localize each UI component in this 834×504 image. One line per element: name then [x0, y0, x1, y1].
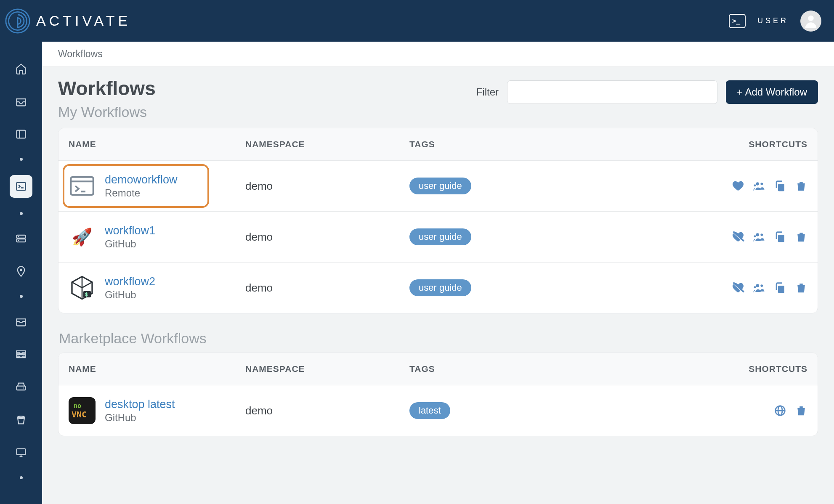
column-header-shortcuts: SHORTCUTS	[715, 139, 807, 149]
novnc-icon: no VNC	[69, 397, 96, 424]
location-icon	[15, 265, 27, 277]
sidebar-item-storage[interactable]	[12, 229, 30, 248]
sidebar-item-tray-1[interactable]	[12, 312, 30, 331]
delete-icon[interactable]	[795, 281, 807, 294]
svg-point-9	[18, 240, 19, 241]
filter-label: Filter	[476, 86, 499, 98]
svg-rect-11	[17, 386, 26, 390]
tray-stacked-icon	[15, 348, 27, 360]
terminal-prompt-icon: >_	[732, 17, 740, 25]
sidebar-item-workflows[interactable]	[10, 175, 32, 198]
workflow-name-link[interactable]: desktop latest	[105, 398, 175, 411]
svg-point-23	[756, 233, 760, 236]
table-header: NAME NAMESPACE TAGS SHORTCUTS	[58, 353, 818, 385]
workflow-name-link[interactable]: workflow2	[105, 275, 155, 288]
sidebar-item-home[interactable]	[12, 59, 30, 78]
svg-rect-7	[17, 239, 26, 242]
workflow-namespace: demo	[245, 231, 409, 244]
svg-rect-14	[17, 449, 26, 455]
table-row[interactable]: no VNC desktop latest GitHub demo latest	[58, 385, 818, 436]
user-label[interactable]: USER	[757, 16, 789, 25]
workflow-icon: 🚀	[69, 223, 96, 250]
table-header: NAME NAMESPACE TAGS SHORTCUTS	[58, 128, 818, 161]
sidebar-separator-icon	[20, 158, 23, 161]
delete-icon[interactable]	[795, 404, 807, 417]
workflow-tag[interactable]: latest	[409, 402, 450, 419]
sidebar-item-inbox[interactable]	[12, 92, 30, 111]
copy-icon[interactable]	[774, 281, 786, 294]
workflow-source: Remote	[105, 187, 178, 199]
svg-text:no: no	[74, 402, 81, 410]
brand-logo-icon	[5, 8, 30, 34]
terminal-icon	[15, 180, 27, 192]
workflow-icon: $	[69, 274, 96, 301]
filter-input[interactable]	[507, 80, 717, 104]
svg-rect-20	[778, 184, 784, 191]
svg-point-24	[760, 233, 763, 236]
delete-icon[interactable]	[795, 231, 807, 243]
copy-icon[interactable]	[774, 180, 786, 192]
svg-point-10	[20, 269, 22, 271]
drive-icon	[15, 381, 27, 393]
sidebar-item-monitor[interactable]	[12, 443, 30, 462]
svg-rect-5	[17, 183, 26, 191]
column-header-tags: TAGS	[409, 364, 715, 374]
column-header-namespace: NAMESPACE	[245, 139, 409, 149]
svg-text:VNC: VNC	[72, 409, 87, 419]
unfavorite-icon[interactable]	[732, 281, 744, 294]
home-icon	[15, 63, 27, 74]
svg-text:$: $	[85, 292, 88, 297]
workflow-tag[interactable]: user guide	[409, 279, 471, 296]
column-header-namespace: NAMESPACE	[245, 364, 409, 374]
sidebar-item-location[interactable]	[12, 262, 30, 281]
unfavorite-icon[interactable]	[732, 231, 744, 243]
sidebar-item-drive[interactable]	[12, 378, 30, 396]
table-row[interactable]: $ workflow2 GitHub demo user guide	[58, 263, 818, 313]
svg-rect-6	[17, 235, 26, 238]
cube-terminal-icon: $	[69, 274, 96, 301]
share-icon[interactable]	[753, 231, 765, 243]
share-icon[interactable]	[753, 180, 765, 192]
svg-point-25	[754, 235, 756, 237]
avatar-icon	[802, 13, 819, 29]
svg-point-8	[18, 236, 19, 237]
panel-icon	[15, 128, 27, 140]
topnav-right: >_ USER	[729, 11, 821, 32]
breadcrumb-item[interactable]: Workflows	[58, 48, 103, 59]
marketplace-section-title: Marketplace Workflows	[59, 330, 818, 347]
sidebar-separator-icon	[20, 212, 23, 215]
workflow-icon	[69, 172, 96, 199]
rocket-icon: 🚀	[72, 227, 93, 247]
svg-point-17	[756, 182, 760, 186]
open-terminal-button[interactable]: >_	[729, 14, 746, 28]
copy-icon[interactable]	[774, 231, 786, 243]
add-workflow-button[interactable]: + Add Workflow	[726, 80, 818, 104]
svg-point-12	[23, 387, 24, 388]
table-row[interactable]: 🚀 workflow1 GitHub demo user guide	[58, 212, 818, 263]
page-title: Workflows	[58, 77, 156, 100]
workflow-name-link[interactable]: workflow1	[105, 224, 155, 237]
share-icon[interactable]	[753, 281, 765, 294]
workflow-source: GitHub	[105, 412, 175, 424]
inbox-icon	[15, 95, 27, 107]
brand-name: ACTIVATE	[36, 13, 131, 29]
workflow-tag[interactable]: user guide	[409, 178, 471, 194]
svg-point-19	[754, 184, 756, 186]
brand: ACTIVATE	[5, 8, 131, 34]
sidebar-item-panel[interactable]	[12, 125, 30, 143]
marketplace-workflows-table: NAME NAMESPACE TAGS SHORTCUTS no VNC des…	[58, 353, 818, 436]
workflow-tag[interactable]: user guide	[409, 228, 471, 245]
table-row[interactable]: demoworkflow Remote demo user guide	[58, 161, 818, 212]
svg-point-2	[808, 15, 813, 21]
column-header-tags: TAGS	[409, 139, 715, 149]
sidebar-separator-icon	[20, 476, 23, 479]
sidebar-item-bucket[interactable]	[12, 411, 30, 429]
globe-icon[interactable]	[774, 404, 786, 417]
favorite-icon[interactable]	[732, 180, 744, 192]
workflow-namespace: demo	[245, 180, 409, 193]
user-avatar[interactable]	[800, 11, 821, 32]
workflow-name-link[interactable]: demoworkflow	[105, 173, 178, 186]
sidebar-item-tray-2[interactable]	[12, 345, 30, 363]
main-content: Workflows Workflows My Workflows Filter …	[42, 42, 834, 504]
delete-icon[interactable]	[795, 180, 807, 192]
